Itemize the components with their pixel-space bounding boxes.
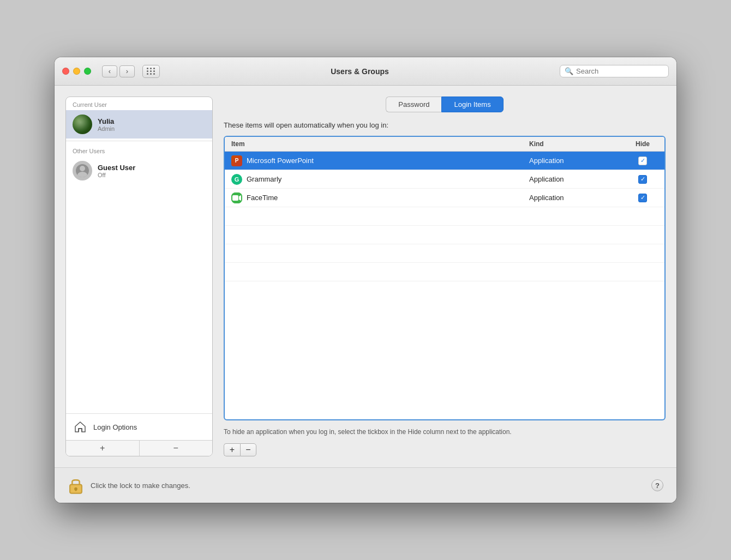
sidebar-item-guest[interactable]: Guest User Off xyxy=(66,156,212,185)
add-item-button[interactable]: + xyxy=(224,443,240,456)
empty-row-2 xyxy=(225,226,664,244)
empty-row-4 xyxy=(225,263,664,281)
close-button[interactable] xyxy=(62,68,69,75)
user-info: Yulia Admin xyxy=(98,117,115,132)
table-row-powerpoint[interactable]: P Microsoft PowerPoint Application ✓ xyxy=(225,152,664,170)
minimize-button[interactable] xyxy=(73,68,80,75)
table-row-facetime[interactable]: FaceTime Application ✓ xyxy=(225,189,664,207)
right-panel: Password Login Items These items will op… xyxy=(224,97,666,456)
tab-login-items[interactable]: Login Items xyxy=(441,97,503,112)
guest-info: Guest User Off xyxy=(98,164,135,178)
cell-item-grammarly: G Grammarly xyxy=(225,171,523,188)
lock-button[interactable] xyxy=(68,475,84,495)
login-options-label: Login Options xyxy=(93,423,137,431)
grid-button[interactable] xyxy=(142,65,160,78)
panel-description: These items will open automatically when… xyxy=(224,121,666,129)
guest-icon xyxy=(76,164,89,177)
guest-status: Off xyxy=(98,172,135,178)
cell-text-grammarly: Grammarly xyxy=(247,175,281,183)
cell-text-facetime: FaceTime xyxy=(247,194,278,202)
grid-icon xyxy=(147,68,155,75)
col-header-item: Item xyxy=(225,137,523,151)
sidebar-remove-button[interactable]: − xyxy=(140,441,213,456)
checkbox-grammarly[interactable]: ✓ xyxy=(638,175,647,184)
titlebar: ‹ › Users & Groups 🔍 xyxy=(55,57,676,86)
main-window: ‹ › Users & Groups 🔍 Current User Yulia xyxy=(55,57,676,503)
current-user-label: Current User xyxy=(66,97,212,110)
bottom-bar: Click the lock to make changes. ? xyxy=(55,467,676,503)
action-buttons: + − xyxy=(224,443,666,456)
kind-facetime: Application xyxy=(529,194,564,202)
house-icon xyxy=(73,419,88,435)
facetime-icon xyxy=(231,192,242,203)
back-button[interactable]: ‹ xyxy=(102,65,117,77)
sidebar-item-yulia[interactable]: Yulia Admin xyxy=(66,110,212,139)
svg-rect-6 xyxy=(75,489,77,491)
powerpoint-icon: P xyxy=(231,155,242,166)
cell-kind-grammarly: Application xyxy=(523,172,621,186)
svg-rect-1 xyxy=(232,195,238,201)
forward-button[interactable]: › xyxy=(119,65,135,77)
user-role: Admin xyxy=(98,125,115,132)
kind-grammarly: Application xyxy=(529,175,564,183)
login-items-table: Item Kind Hide P Microsoft PowerPoint Ap… xyxy=(224,136,666,420)
user-name: Yulia xyxy=(98,117,115,125)
maximize-button[interactable] xyxy=(84,68,91,75)
avatar-guest xyxy=(73,161,92,180)
cell-hide-powerpoint[interactable]: ✓ xyxy=(621,153,664,168)
tab-bar: Password Login Items xyxy=(224,97,666,112)
avatar-yulia xyxy=(73,115,92,134)
search-icon: 🔍 xyxy=(565,67,573,75)
cell-item-powerpoint: P Microsoft PowerPoint xyxy=(225,152,523,170)
search-box[interactable]: 🔍 xyxy=(560,65,669,77)
sidebar-spacer xyxy=(66,185,212,413)
table-header: Item Kind Hide xyxy=(225,137,664,152)
kind-powerpoint: Application xyxy=(529,156,564,165)
window-title: Users & Groups xyxy=(165,67,554,76)
cell-kind-facetime: Application xyxy=(523,190,621,205)
sidebar: Current User Yulia Admin Other Users Gue… xyxy=(65,97,213,456)
checkbox-powerpoint[interactable]: ✓ xyxy=(638,156,647,165)
sidebar-controls: + − xyxy=(66,440,212,456)
grammarly-icon: G xyxy=(231,174,242,185)
cell-item-facetime: FaceTime xyxy=(225,189,523,207)
col-header-kind: Kind xyxy=(523,137,621,151)
cell-hide-facetime[interactable]: ✓ xyxy=(621,190,664,206)
help-button[interactable]: ? xyxy=(651,479,663,491)
guest-name: Guest User xyxy=(98,164,135,172)
sidebar-add-button[interactable]: + xyxy=(66,441,140,456)
content-area: Current User Yulia Admin Other Users Gue… xyxy=(55,86,676,467)
login-options-item[interactable]: Login Options xyxy=(66,413,212,440)
lock-icon xyxy=(68,475,84,495)
help-text: To hide an application when you log in, … xyxy=(224,427,573,437)
lock-text: Click the lock to make changes. xyxy=(91,481,190,490)
traffic-lights xyxy=(62,68,91,75)
table-empty-rows xyxy=(225,207,664,419)
sidebar-divider xyxy=(66,141,212,141)
cell-hide-grammarly[interactable]: ✓ xyxy=(621,172,664,187)
tab-password[interactable]: Password xyxy=(386,97,441,112)
cell-kind-powerpoint: Application xyxy=(523,153,621,168)
col-header-hide: Hide xyxy=(621,137,664,151)
remove-item-button[interactable]: − xyxy=(240,443,256,456)
table-row-grammarly[interactable]: G Grammarly Application ✓ xyxy=(225,170,664,189)
empty-row-5 xyxy=(225,281,664,300)
checkbox-facetime[interactable]: ✓ xyxy=(638,194,647,202)
cell-text-powerpoint: Microsoft PowerPoint xyxy=(247,156,314,165)
empty-row-3 xyxy=(225,244,664,263)
nav-buttons: ‹ › xyxy=(102,65,135,77)
search-input[interactable] xyxy=(576,67,664,75)
empty-row-1 xyxy=(225,207,664,226)
other-users-label: Other Users xyxy=(66,143,212,156)
